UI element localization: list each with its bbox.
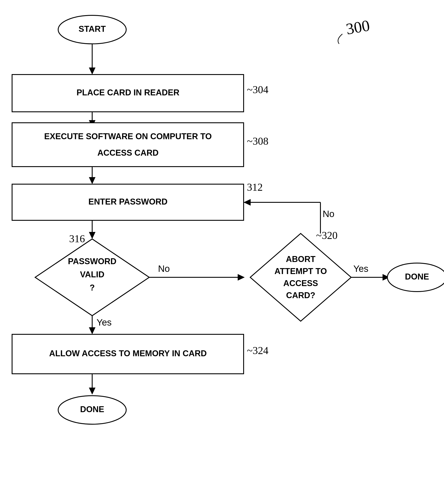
flowchart-diagram: 300 START PLACE CARD IN READER ~304 EXEC… (0, 0, 444, 504)
step-312-label: ENTER PASSWORD (88, 197, 168, 206)
done-label-2: DONE (80, 405, 104, 414)
diamond-320-line2: ATTEMPT TO (274, 267, 327, 276)
diamond-320-line1: ABORT (286, 254, 315, 264)
diamond-316-line1: PASSWORD (68, 257, 116, 266)
step-308-line1: EXECUTE SOFTWARE ON COMPUTER TO (44, 132, 212, 141)
no-label-320-to-312: No (323, 209, 334, 219)
step-324-label: ALLOW ACCESS TO MEMORY IN CARD (49, 349, 207, 358)
step-308-ref: ~308 (247, 135, 269, 147)
diamond-320-line3: ACCESS (283, 279, 318, 288)
diamond-316-line2: VALID (80, 270, 104, 279)
step-312-ref: 312 (247, 181, 263, 193)
step-324-ref: ~324 (247, 345, 269, 356)
diamond-316-ref: 316 (69, 233, 85, 244)
yes-label-320: Yes (353, 264, 368, 274)
yes-label-316: Yes (97, 317, 112, 327)
diamond-320-line4: CARD? (286, 291, 315, 300)
step-308-line2: ACCESS CARD (97, 148, 159, 157)
diamond-320-ref: ~320 (316, 230, 338, 241)
no-label-316: No (158, 264, 170, 274)
diamond-316-line3: ? (90, 283, 95, 292)
done-label-1: DONE (405, 272, 429, 281)
step-308-box (12, 123, 244, 167)
start-label: START (78, 24, 106, 34)
step-304-label: PLACE CARD IN READER (77, 88, 179, 97)
step-304-ref: ~304 (247, 84, 269, 95)
